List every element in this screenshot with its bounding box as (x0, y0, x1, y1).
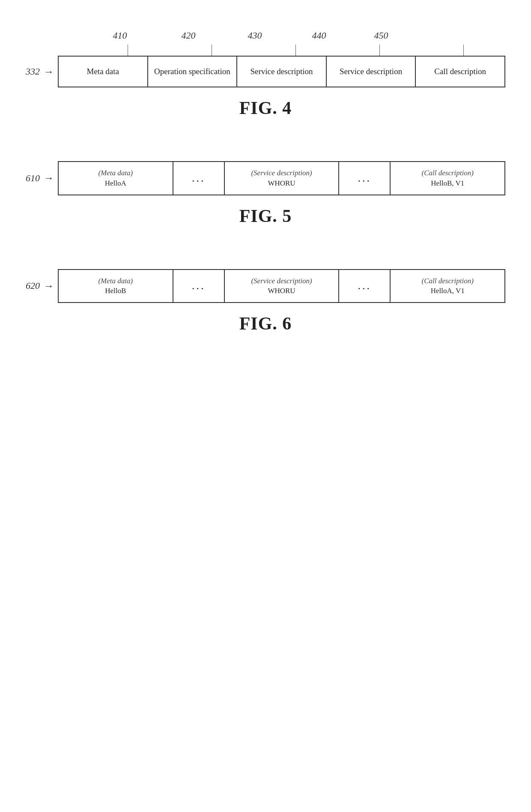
fig6-dots-2: ... (339, 270, 391, 303)
fig5-structure-box: (Meta data) HelloA ... (Service descript… (58, 161, 505, 195)
fig5-service-value: WHORU (268, 178, 295, 189)
fig4-tick-row (26, 45, 505, 56)
fig4-cell-service-desc-1: Service description (237, 57, 327, 87)
fig5-service-label: (Service description) (251, 168, 312, 178)
fig6-label-arrow: 620 → (26, 280, 54, 292)
fig5-dots-2: ... (339, 162, 391, 195)
fig4-ref-numbers-row: 410 420 430 440 450 (26, 30, 505, 41)
fig6-structure-box: (Meta data) HelloB ... (Service descript… (58, 269, 505, 303)
fig4-section: 410 420 430 440 450 (26, 30, 505, 118)
fig5-meta-value: HelloA (105, 178, 126, 189)
fig5-section: 610 → (Meta data) HelloA ... (Service de… (26, 161, 505, 226)
fig4-structure-box: Meta data Operation specification Servic… (58, 56, 505, 87)
fig6-cell-call-desc: (Call description) HelloA, V1 (391, 270, 504, 303)
fig4-cell-operation-spec: Operation specification (148, 57, 238, 87)
fig6-diagram-row: 620 → (Meta data) HelloB ... (Service de… (26, 269, 505, 303)
fig6-arrow-icon: → (43, 280, 54, 292)
tick-410 (128, 45, 128, 56)
fig4-caption: FIG. 4 (26, 98, 505, 118)
fig6-cell-service-desc: (Service description) WHORU (225, 270, 340, 303)
fig5-diagram-row: 610 → (Meta data) HelloA ... (Service de… (26, 161, 505, 195)
fig5-label-arrow: 610 → (26, 172, 54, 184)
fig4-cell-meta-data: Meta data (59, 57, 148, 87)
ref-num-440: 440 (287, 30, 351, 41)
fig6-meta-value: HelloB (105, 286, 126, 296)
ref-num-430: 430 (223, 30, 287, 41)
fig5-cell-service-desc: (Service description) WHORU (225, 162, 340, 195)
fig4-ref-332: 332 (26, 66, 40, 77)
fig6-dots-1: ... (173, 270, 225, 303)
tick-430 (295, 45, 296, 56)
fig5-cell-call-desc: (Call description) HelloB, V1 (391, 162, 504, 195)
fig5-call-label: (Call description) (422, 168, 474, 178)
fig4-cell-service-desc-2: Service description (327, 57, 416, 87)
fig5-cell-meta-data: (Meta data) HelloA (59, 162, 173, 195)
fig4-cell-call-desc: Call description (416, 57, 504, 87)
fig5-dots-1: ... (173, 162, 225, 195)
fig6-cell-meta-data: (Meta data) HelloB (59, 270, 173, 303)
fig5-arrow-icon: → (43, 172, 54, 184)
ref-num-410: 410 (86, 30, 154, 41)
fig6-meta-label: (Meta data) (98, 276, 133, 286)
fig5-meta-label: (Meta data) (98, 168, 133, 178)
fig6-ref-620: 620 (26, 280, 40, 291)
fig6-caption: FIG. 6 (26, 313, 505, 334)
fig6-service-value: WHORU (268, 286, 295, 296)
tick-440 (379, 45, 380, 56)
ref-num-420: 420 (154, 30, 223, 41)
fig4-label-arrow: 332 → (26, 66, 54, 78)
fig6-call-value: HelloA, V1 (431, 286, 465, 296)
tick-420 (212, 45, 212, 56)
ref-num-450: 450 (351, 30, 411, 41)
fig5-caption: FIG. 5 (26, 206, 505, 226)
fig5-call-value: HelloB, V1 (431, 178, 464, 189)
fig6-call-label: (Call description) (422, 276, 474, 286)
page-container: 410 420 430 440 450 (0, 0, 531, 812)
fig4-arrow-icon: → (43, 66, 54, 78)
fig6-section: 620 → (Meta data) HelloB ... (Service de… (26, 269, 505, 334)
fig5-ref-610: 610 (26, 173, 40, 184)
fig4-diagram-row: 332 → Meta data Operation specification … (26, 56, 505, 87)
tick-450 (463, 45, 464, 56)
fig6-service-label: (Service description) (251, 276, 312, 286)
